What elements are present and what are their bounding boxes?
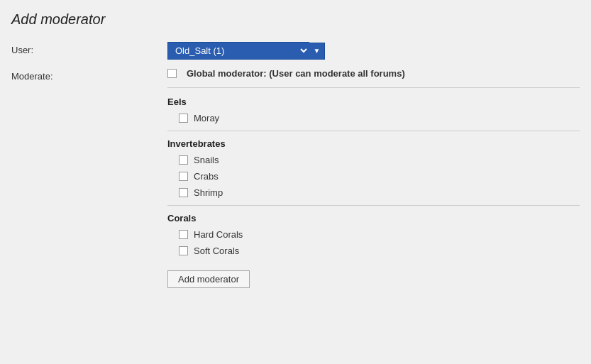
category-corals: Corals Hard Corals Soft Corals — [167, 213, 580, 256]
user-select[interactable]: Old_Salt (1) — [167, 42, 309, 60]
soft-corals-label: Soft Corals — [194, 246, 239, 256]
snails-checkbox[interactable] — [179, 155, 188, 165]
forum-item-crabs: Crabs — [179, 171, 580, 182]
category-invertebrates-header: Invertebrates — [167, 138, 580, 149]
forum-item-snails: Snails — [179, 155, 580, 165]
page-title: Add moderator — [11, 11, 580, 28]
forum-item-shrimp: Shrimp — [179, 187, 580, 198]
forum-item-hard-corals: Hard Corals — [179, 229, 580, 240]
hard-corals-checkbox[interactable] — [179, 230, 188, 239]
category-eels-header: Eels — [167, 96, 580, 107]
forum-item-soft-corals: Soft Corals — [179, 246, 580, 256]
category-eels: Eels Moray — [167, 96, 580, 123]
hard-corals-label: Hard Corals — [194, 229, 243, 240]
submit-row: Add moderator — [167, 270, 580, 288]
moray-label: Moray — [194, 113, 219, 123]
user-label: User: — [11, 42, 167, 55]
moderate-label: Moderate: — [11, 68, 167, 82]
shrimp-label: Shrimp — [194, 187, 223, 198]
global-moderator-label: Global moderator: (User can moderate all… — [187, 68, 405, 79]
crabs-label: Crabs — [194, 171, 219, 182]
snails-label: Snails — [194, 155, 219, 165]
category-corals-header: Corals — [167, 213, 580, 224]
invertebrates-divider — [167, 205, 580, 206]
add-moderator-button[interactable]: Add moderator — [167, 270, 250, 288]
global-moderator-checkbox[interactable] — [167, 69, 177, 78]
shrimp-checkbox[interactable] — [179, 188, 188, 197]
eels-divider — [167, 131, 580, 131]
moderate-section: Global moderator: (User can moderate all… — [167, 68, 580, 288]
select-dropdown-icon[interactable]: ▼ — [309, 43, 325, 60]
user-field-value: Old_Salt (1) ▼ — [167, 42, 580, 60]
global-moderator-row: Global moderator: (User can moderate all… — [167, 68, 580, 88]
category-invertebrates: Invertebrates Snails Crabs Shrimp — [167, 138, 580, 198]
crabs-checkbox[interactable] — [179, 172, 188, 181]
user-select-wrapper[interactable]: Old_Salt (1) ▼ — [167, 42, 325, 60]
user-row: User: Old_Salt (1) ▼ — [11, 42, 580, 60]
soft-corals-checkbox[interactable] — [179, 246, 188, 255]
moray-checkbox[interactable] — [179, 114, 188, 123]
moderate-row: Moderate: Global moderator: (User can mo… — [11, 68, 580, 288]
forum-item-moray: Moray — [179, 113, 580, 123]
